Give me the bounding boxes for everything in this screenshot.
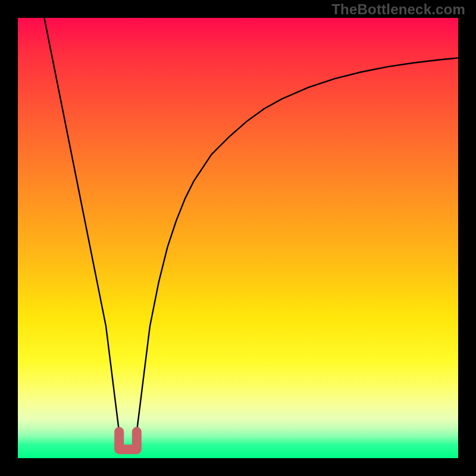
plot-area — [18, 18, 458, 458]
chart-frame: TheBottleneck.com — [0, 0, 476, 476]
watermark: TheBottleneck.com — [331, 1, 465, 18]
curve-layer — [18, 18, 458, 458]
bottleneck-curve — [44, 18, 458, 449]
watermark-text: TheBottleneck.com — [331, 1, 465, 17]
minimum-marker — [119, 432, 137, 450]
